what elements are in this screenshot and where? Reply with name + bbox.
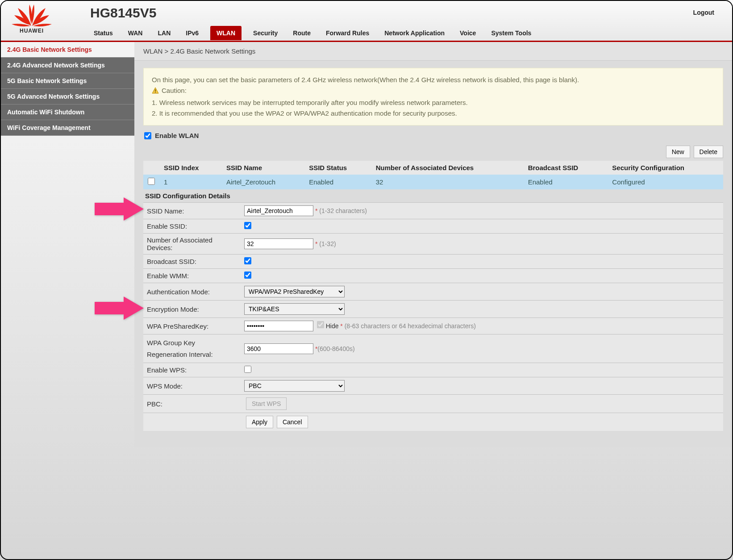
- tab-network-application[interactable]: Network Application: [381, 26, 448, 40]
- tab-wan[interactable]: WAN: [125, 26, 146, 40]
- tab-status[interactable]: Status: [90, 26, 117, 40]
- wmm-checkbox[interactable]: [244, 272, 251, 279]
- cell-broadcast: Enabled: [524, 175, 608, 189]
- col-security-configuration: Security Configuration: [608, 161, 723, 175]
- logout-link[interactable]: Logout: [693, 9, 714, 16]
- delete-button[interactable]: Delete: [694, 146, 723, 158]
- cell-index: 1: [159, 175, 222, 189]
- tab-route[interactable]: Route: [289, 26, 314, 40]
- svg-rect-1: [155, 92, 156, 93]
- group-key-hint: *(600-86400s): [315, 345, 355, 352]
- ssid-table: SSID IndexSSID NameSSID StatusNumber of …: [143, 161, 723, 189]
- notice-line2: 2. It is recommended that you use the WP…: [152, 108, 715, 119]
- enable-wlan-checkbox[interactable]: [144, 132, 151, 139]
- group-key-label: WPA Group Key Regeneration Interval:: [143, 334, 241, 363]
- breadcrumb: WLAN > 2.4G Basic Network Settings: [134, 42, 732, 61]
- notice-line1: 1. Wireless network services may be inte…: [152, 97, 715, 108]
- enc-mode-select[interactable]: TKIP&AES: [244, 303, 345, 315]
- cell-name: Airtel_Zerotouch: [222, 175, 304, 189]
- wps-mode-select[interactable]: PBC: [244, 380, 345, 392]
- hide-label: Hide: [326, 322, 339, 330]
- wps-mode-label: WPS Mode:: [143, 377, 241, 395]
- tab-lan[interactable]: LAN: [154, 26, 174, 40]
- psk-hint: * (8-63 characters or 64 hexadecimal cha…: [340, 322, 475, 330]
- broadcast-checkbox[interactable]: [244, 257, 251, 264]
- config-form: SSID Name: * (1-32 characters) Enable SS…: [143, 202, 723, 431]
- sidebar-item-2-4g-basic-network-settings[interactable]: 2.4G Basic Network Settings: [1, 42, 134, 58]
- main-tabs: StatusWANLANIPv6WLANSecurityRouteForward…: [90, 25, 535, 41]
- apply-button[interactable]: Apply: [246, 416, 273, 428]
- hide-psk-checkbox[interactable]: [317, 321, 324, 328]
- auth-mode-label: Authentication Mode:: [143, 283, 241, 301]
- col-broadcast-ssid: Broadcast SSID: [524, 161, 608, 175]
- tab-voice[interactable]: Voice: [456, 26, 479, 40]
- tab-ipv6[interactable]: IPv6: [182, 26, 202, 40]
- sidebar-item-wifi-coverage-management[interactable]: WiFi Coverage Management: [1, 120, 134, 136]
- assoc-devices-label: Number of Associated Devices:: [143, 234, 241, 255]
- cell-status: Enabled: [304, 175, 371, 189]
- section-title: SSID Configuration Details: [143, 189, 723, 202]
- enable-ssid-label: Enable SSID:: [143, 219, 241, 234]
- enable-ssid-checkbox[interactable]: [244, 222, 251, 229]
- content-pane: WLAN > 2.4G Basic Network Settings On th…: [134, 42, 732, 447]
- enc-mode-label: Encryption Mode:: [143, 301, 241, 318]
- sidebar: 2.4G Basic Network Settings2.4G Advanced…: [1, 42, 134, 447]
- brand-text: HUAWEI: [20, 28, 44, 34]
- wps-label: Enable WPS:: [143, 363, 241, 377]
- caution-row: Caution:: [152, 85, 187, 96]
- enable-wlan-label: Enable WLAN: [155, 132, 199, 139]
- tab-security[interactable]: Security: [250, 26, 281, 40]
- wps-checkbox[interactable]: [244, 366, 251, 373]
- table-row[interactable]: 1 Airtel_Zerotouch Enabled 32 Enabled Co…: [143, 175, 723, 189]
- notice-box: On this page, you can set the basic para…: [143, 68, 723, 125]
- col-ssid-index: SSID Index: [159, 161, 222, 175]
- huawei-icon: [12, 4, 52, 27]
- new-button[interactable]: New: [666, 146, 690, 158]
- cell-security: Configured: [608, 175, 723, 189]
- group-key-input[interactable]: [244, 343, 313, 354]
- auth-mode-select[interactable]: WPA/WPA2 PreSharedKey: [244, 286, 345, 297]
- col-ssid-status: SSID Status: [304, 161, 371, 175]
- brand-logo: HUAWEI: [12, 4, 52, 34]
- tab-system-tools[interactable]: System Tools: [487, 26, 535, 40]
- top-bar: HUAWEI HG8145V5 Logout StatusWANLANIPv6W…: [1, 1, 732, 42]
- enable-wlan-row: Enable WLAN: [144, 132, 722, 139]
- tab-wlan[interactable]: WLAN: [210, 26, 242, 40]
- table-buttons: New Delete: [143, 146, 723, 158]
- sidebar-item-2-4g-advanced-network-settings[interactable]: 2.4G Advanced Network Settings: [1, 58, 134, 73]
- warning-icon: [152, 87, 159, 94]
- assoc-devices-hint: * (1-32): [315, 240, 336, 247]
- model-title: HG8145V5: [90, 5, 156, 21]
- svg-rect-0: [155, 89, 156, 92]
- wmm-label: Enable WMM:: [143, 269, 241, 283]
- col-ssid-name: SSID Name: [222, 161, 304, 175]
- annotation-arrow-icon: [92, 196, 146, 223]
- cell-devices: 32: [371, 175, 524, 189]
- start-wps-button[interactable]: Start WPS: [246, 397, 287, 410]
- col-number-of-associated-devices: Number of Associated Devices: [371, 161, 524, 175]
- notice-text: On this page, you can set the basic para…: [152, 75, 715, 85]
- sidebar-item-5g-basic-network-settings[interactable]: 5G Basic Network Settings: [1, 73, 134, 89]
- assoc-devices-input[interactable]: [244, 238, 313, 249]
- row-checkbox[interactable]: [148, 178, 155, 185]
- sidebar-item-automatic-wifi-shutdown[interactable]: Automatic WiFi Shutdown: [1, 104, 134, 120]
- ssid-name-label: SSID Name:: [143, 203, 241, 219]
- broadcast-label: Broadcast SSID:: [143, 255, 241, 269]
- psk-input[interactable]: [244, 321, 313, 331]
- tab-forward-rules[interactable]: Forward Rules: [322, 26, 373, 40]
- caution-label: Caution:: [162, 85, 187, 96]
- ssid-name-input[interactable]: [244, 205, 313, 216]
- ssid-name-hint: * (1-32 characters): [315, 207, 367, 214]
- sidebar-item-5g-advanced-network-settings[interactable]: 5G Advanced Network Settings: [1, 89, 134, 104]
- psk-label: WPA PreSharedKey:: [143, 318, 241, 334]
- cancel-button[interactable]: Cancel: [277, 416, 308, 428]
- annotation-arrow-icon: [92, 296, 146, 322]
- pbc-label: PBC:: [143, 395, 241, 413]
